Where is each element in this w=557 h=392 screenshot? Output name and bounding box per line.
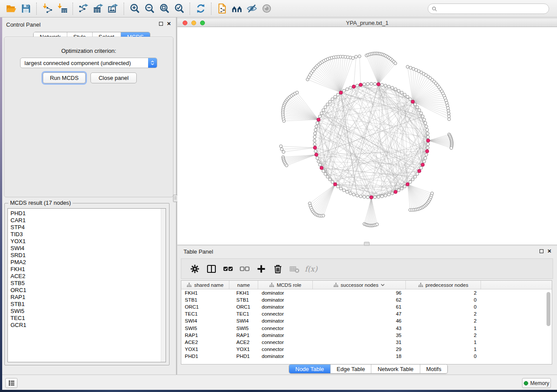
column-header-MCDS-role[interactable]: MCDS role	[258, 281, 313, 289]
tab-network-table[interactable]: Network Table	[371, 364, 419, 373]
first-neighbors-button[interactable]	[229, 2, 244, 16]
refresh-button[interactable]	[193, 2, 208, 16]
criterion-selected-value: largest connected component (undirected)	[21, 60, 148, 66]
mcds-result-item[interactable]: RAP1	[8, 294, 166, 301]
table-cell: connector	[258, 340, 313, 345]
table-cell: 46	[313, 318, 406, 323]
table-panel: Table Panel × f(x) shared namenameMCDS r…	[177, 246, 557, 375]
mcds-result-item[interactable]: ORC1	[8, 287, 166, 294]
mcds-result-item[interactable]: TID3	[8, 231, 166, 238]
memory-button[interactable]: Memory	[522, 378, 551, 388]
table-row[interactable]: YOX1YOX1connector291	[181, 346, 552, 353]
hide-selection-button[interactable]	[244, 2, 259, 16]
column-header-predecessor-nodes[interactable]: predecessor nodes	[406, 281, 481, 289]
export-network-button[interactable]	[76, 2, 91, 16]
float-table-panel-icon[interactable]	[540, 249, 543, 253]
float-panel-icon[interactable]	[159, 22, 163, 26]
close-panel-button[interactable]: Close panel	[90, 72, 137, 83]
search-box[interactable]	[428, 3, 549, 14]
mcds-result-item[interactable]: CAR1	[8, 217, 166, 224]
control-panel: Control Panel × NetworkStyleSelectMCDS O…	[2, 17, 176, 375]
tab-motifs[interactable]: Motifs	[420, 364, 448, 373]
column-header-name[interactable]: name	[229, 281, 258, 289]
show-columns-button[interactable]	[221, 262, 235, 275]
zoom-in-icon	[129, 3, 140, 14]
table-row[interactable]: ORC1ORC1dominator610	[181, 303, 552, 310]
table-cell: SWI5	[181, 326, 229, 331]
table-cell: RAP1	[181, 333, 229, 338]
table-settings-button[interactable]	[188, 262, 201, 275]
column-header-shared-name[interactable]: shared name	[181, 281, 229, 289]
zoom-in-button[interactable]	[127, 2, 142, 16]
new-network-from-selection-icon	[217, 3, 228, 14]
mcds-result-item[interactable]: STB5	[8, 280, 166, 287]
table-cell: 0	[406, 304, 481, 309]
hide-columns-button[interactable]	[238, 262, 251, 275]
table-cell: 2	[406, 311, 481, 316]
delete-column-button[interactable]	[271, 262, 284, 275]
table-scrollbar[interactable]	[547, 292, 550, 326]
table-row[interactable]: PHD1PHD1dominator180	[181, 353, 552, 360]
panel-list-button[interactable]	[5, 378, 17, 388]
zoom-out-button[interactable]	[142, 2, 157, 16]
list-scrollbar[interactable]	[161, 209, 166, 362]
open-folder-button[interactable]	[3, 2, 18, 16]
mcds-result-item[interactable]: TEC1	[8, 315, 166, 322]
table-row[interactable]: RAP1RAP1dominator352	[181, 332, 552, 339]
mcds-result-item[interactable]: PHD1	[8, 210, 166, 217]
export-table-button[interactable]	[91, 2, 106, 16]
mcds-result-item[interactable]: GCR1	[8, 322, 166, 329]
mcds-result-item[interactable]: SWI5	[8, 308, 166, 315]
table-cell: connector	[258, 347, 313, 352]
table-row[interactable]: ACE2ACE2connector311	[181, 339, 552, 346]
import-table-button[interactable]	[55, 2, 69, 16]
toolbar-separator	[124, 3, 124, 15]
split-columns-button[interactable]	[205, 262, 218, 275]
table-row[interactable]: SWI5SWI5connector431	[181, 324, 552, 331]
tab-edge-table[interactable]: Edge Table	[330, 364, 371, 373]
import-network-icon	[42, 3, 53, 14]
table-row[interactable]: SWI4SWI4dominator462	[181, 317, 552, 324]
shared-column-icon	[418, 282, 423, 288]
mcds-result-item[interactable]: STP4	[8, 224, 166, 231]
export-table-icon	[93, 3, 104, 14]
mcds-result-item[interactable]: SWI4	[8, 245, 166, 252]
show-all-button[interactable]	[259, 2, 274, 16]
column-header-successor-nodes[interactable]: successor nodes	[313, 281, 406, 289]
save-button[interactable]	[18, 2, 33, 16]
mcds-result-item[interactable]: SRD1	[8, 252, 166, 259]
tab-node-table[interactable]: Node Table	[289, 364, 330, 373]
run-mcds-button[interactable]: Run MCDS	[43, 72, 86, 83]
table-cell: YOX1	[181, 347, 229, 352]
new-network-from-selection-button[interactable]	[214, 2, 229, 16]
export-network-icon	[78, 3, 89, 14]
zoom-selected-button[interactable]	[172, 2, 187, 16]
mcds-result-item[interactable]: FKH1	[8, 266, 166, 273]
mcds-result-item[interactable]: PMA2	[8, 259, 166, 266]
horizontal-splitter-grip[interactable]	[364, 242, 370, 246]
import-table-icon	[57, 3, 68, 14]
desktop-wallpaper-bottom	[0, 390, 557, 392]
mcds-result-item[interactable]: STB1	[8, 301, 166, 308]
import-network-button[interactable]	[40, 2, 55, 16]
export-image-button[interactable]	[106, 2, 121, 16]
network-canvas[interactable]	[177, 27, 557, 244]
zoom-fit-icon	[159, 3, 170, 14]
table-cell: RAP1	[229, 333, 258, 338]
search-input[interactable]	[437, 4, 549, 13]
split-columns-icon	[206, 264, 217, 274]
table-row[interactable]: TEC1TEC1connector472	[181, 310, 552, 317]
mcds-result-item[interactable]: ACE2	[8, 273, 166, 280]
table-row[interactable]: FKH1FKH1dominator962	[181, 289, 552, 296]
mcds-result-item[interactable]: YOX1	[8, 238, 166, 245]
close-panel-icon[interactable]: ×	[167, 21, 171, 26]
network-window-titlebar[interactable]: YPA_prune.txt_1	[177, 18, 557, 27]
add-column-button[interactable]	[255, 262, 268, 275]
table-row[interactable]: STB1STB1dominator620	[181, 296, 552, 303]
show-columns-icon	[223, 264, 233, 274]
close-table-panel-icon[interactable]: ×	[547, 249, 551, 253]
table-cell: TEC1	[229, 311, 258, 316]
zoom-fit-button[interactable]	[157, 2, 172, 16]
criterion-select[interactable]: largest connected component (undirected)	[20, 58, 157, 68]
mcds-result-list[interactable]: PHD1CAR1STP4TID3YOX1SWI4SRD1PMA2FKH1ACE2…	[7, 208, 166, 362]
